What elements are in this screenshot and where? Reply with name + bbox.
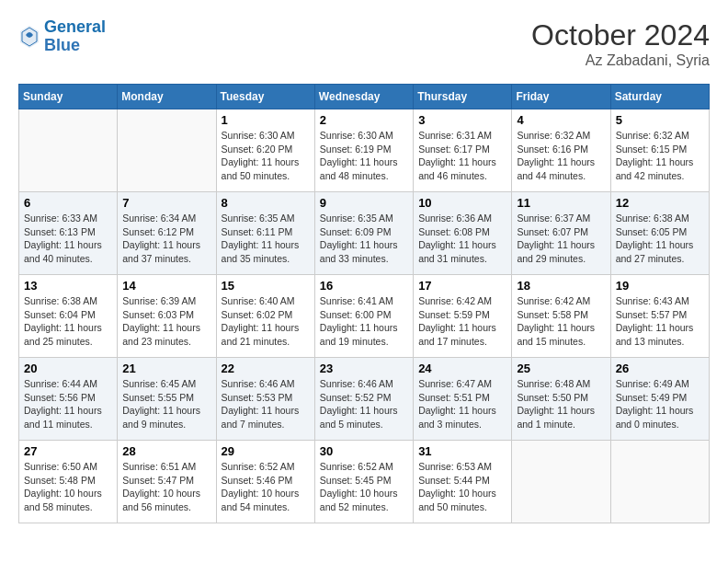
calendar-cell-0-0: [19, 109, 118, 192]
day-number: 11: [517, 196, 605, 210]
day-number: 31: [418, 444, 506, 458]
calendar-cell-1-5: 11Sunrise: 6:37 AM Sunset: 6:07 PM Dayli…: [512, 192, 610, 275]
day-number: 3: [418, 113, 506, 127]
calendar-cell-0-3: 2Sunrise: 6:30 AM Sunset: 6:19 PM Daylig…: [314, 109, 413, 192]
cell-content: Sunrise: 6:30 AM Sunset: 6:19 PM Dayligh…: [320, 129, 408, 183]
logo-icon: [18, 24, 40, 50]
calendar-cell-2-6: 19Sunrise: 6:43 AM Sunset: 5:57 PM Dayli…: [610, 275, 709, 358]
page-header: General Blue October 2024 Az Zabadani, S…: [18, 18, 710, 69]
day-number: 27: [24, 444, 112, 458]
calendar-cell-2-1: 14Sunrise: 6:39 AM Sunset: 6:03 PM Dayli…: [118, 275, 216, 358]
logo: General Blue: [18, 18, 106, 55]
cell-content: Sunrise: 6:38 AM Sunset: 6:04 PM Dayligh…: [24, 294, 112, 349]
cell-content: Sunrise: 6:50 AM Sunset: 5:48 PM Dayligh…: [24, 460, 112, 514]
calendar-cell-2-5: 18Sunrise: 6:42 AM Sunset: 5:58 PM Dayli…: [512, 275, 610, 358]
calendar-cell-1-3: 9Sunrise: 6:35 AM Sunset: 6:09 PM Daylig…: [314, 192, 413, 275]
col-sunday: Sunday: [19, 85, 118, 109]
calendar-cell-0-1: [118, 109, 216, 192]
day-number: 18: [517, 279, 605, 293]
day-number: 13: [24, 279, 112, 293]
cell-content: Sunrise: 6:41 AM Sunset: 6:00 PM Dayligh…: [320, 294, 408, 349]
cell-content: Sunrise: 6:52 AM Sunset: 5:45 PM Dayligh…: [320, 460, 408, 514]
day-number: 21: [122, 362, 210, 375]
day-number: 23: [320, 362, 408, 375]
cell-content: Sunrise: 6:32 AM Sunset: 6:15 PM Dayligh…: [616, 129, 704, 183]
cell-content: Sunrise: 6:47 AM Sunset: 5:51 PM Dayligh…: [418, 377, 506, 431]
calendar-cell-3-4: 24Sunrise: 6:47 AM Sunset: 5:51 PM Dayli…: [414, 358, 512, 441]
col-friday: Friday: [512, 85, 610, 109]
week-row-4: 20Sunrise: 6:44 AM Sunset: 5:56 PM Dayli…: [19, 358, 710, 441]
calendar-cell-3-5: 25Sunrise: 6:48 AM Sunset: 5:50 PM Dayli…: [512, 358, 610, 441]
cell-content: Sunrise: 6:51 AM Sunset: 5:47 PM Dayligh…: [122, 460, 210, 514]
calendar-cell-0-5: 4Sunrise: 6:32 AM Sunset: 6:16 PM Daylig…: [512, 109, 610, 192]
day-number: 16: [320, 279, 408, 293]
week-row-1: 1Sunrise: 6:30 AM Sunset: 6:20 PM Daylig…: [19, 109, 710, 192]
day-number: 28: [122, 444, 210, 458]
calendar-cell-1-1: 7Sunrise: 6:34 AM Sunset: 6:12 PM Daylig…: [118, 192, 216, 275]
cell-content: Sunrise: 6:42 AM Sunset: 5:59 PM Dayligh…: [418, 294, 506, 349]
cell-content: Sunrise: 6:36 AM Sunset: 6:08 PM Dayligh…: [418, 212, 506, 266]
day-number: 15: [222, 279, 310, 293]
calendar-cell-3-1: 21Sunrise: 6:45 AM Sunset: 5:55 PM Dayli…: [118, 358, 216, 441]
day-number: 30: [320, 444, 408, 458]
calendar-table: Sunday Monday Tuesday Wednesday Thursday…: [18, 84, 710, 523]
cell-content: Sunrise: 6:40 AM Sunset: 6:02 PM Dayligh…: [222, 294, 310, 349]
cell-content: Sunrise: 6:43 AM Sunset: 5:57 PM Dayligh…: [616, 294, 704, 349]
day-number: 14: [122, 279, 210, 293]
day-number: 8: [222, 196, 310, 210]
calendar-cell-4-6: [610, 441, 709, 523]
day-number: 5: [616, 113, 704, 127]
week-row-2: 6Sunrise: 6:33 AM Sunset: 6:13 PM Daylig…: [19, 192, 710, 275]
cell-content: Sunrise: 6:46 AM Sunset: 5:53 PM Dayligh…: [222, 377, 310, 431]
day-number: 1: [222, 113, 310, 127]
calendar-body: 1Sunrise: 6:30 AM Sunset: 6:20 PM Daylig…: [19, 109, 710, 523]
col-monday: Monday: [118, 85, 216, 109]
calendar-cell-3-0: 20Sunrise: 6:44 AM Sunset: 5:56 PM Dayli…: [19, 358, 118, 441]
calendar-cell-2-3: 16Sunrise: 6:41 AM Sunset: 6:00 PM Dayli…: [314, 275, 413, 358]
calendar-cell-0-2: 1Sunrise: 6:30 AM Sunset: 6:20 PM Daylig…: [216, 109, 314, 192]
day-number: 17: [418, 279, 506, 293]
col-tuesday: Tuesday: [216, 85, 314, 109]
title-block: October 2024 Az Zabadani, Syria: [531, 18, 710, 69]
cell-content: Sunrise: 6:42 AM Sunset: 5:58 PM Dayligh…: [517, 294, 605, 349]
day-number: 29: [222, 444, 310, 458]
calendar-cell-3-6: 26Sunrise: 6:49 AM Sunset: 5:49 PM Dayli…: [610, 358, 709, 441]
cell-content: Sunrise: 6:44 AM Sunset: 5:56 PM Dayligh…: [24, 377, 112, 431]
calendar-cell-4-1: 28Sunrise: 6:51 AM Sunset: 5:47 PM Dayli…: [118, 441, 216, 523]
cell-content: Sunrise: 6:46 AM Sunset: 5:52 PM Dayligh…: [320, 377, 408, 431]
cell-content: Sunrise: 6:48 AM Sunset: 5:50 PM Dayligh…: [517, 377, 605, 431]
calendar-cell-1-6: 12Sunrise: 6:38 AM Sunset: 6:05 PM Dayli…: [610, 192, 709, 275]
calendar-cell-2-0: 13Sunrise: 6:38 AM Sunset: 6:04 PM Dayli…: [19, 275, 118, 358]
cell-content: Sunrise: 6:31 AM Sunset: 6:17 PM Dayligh…: [418, 129, 506, 183]
cell-content: Sunrise: 6:37 AM Sunset: 6:07 PM Dayligh…: [517, 212, 605, 266]
calendar-cell-3-2: 22Sunrise: 6:46 AM Sunset: 5:53 PM Dayli…: [216, 358, 314, 441]
day-number: 26: [616, 362, 704, 375]
col-saturday: Saturday: [610, 85, 709, 109]
calendar-cell-0-6: 5Sunrise: 6:32 AM Sunset: 6:15 PM Daylig…: [610, 109, 709, 192]
day-number: 12: [616, 196, 704, 210]
calendar-header: Sunday Monday Tuesday Wednesday Thursday…: [19, 85, 710, 109]
col-wednesday: Wednesday: [314, 85, 413, 109]
week-row-3: 13Sunrise: 6:38 AM Sunset: 6:04 PM Dayli…: [19, 275, 710, 358]
calendar-cell-4-0: 27Sunrise: 6:50 AM Sunset: 5:48 PM Dayli…: [19, 441, 118, 523]
cell-content: Sunrise: 6:38 AM Sunset: 6:05 PM Dayligh…: [616, 212, 704, 266]
calendar-cell-4-3: 30Sunrise: 6:52 AM Sunset: 5:45 PM Dayli…: [314, 441, 413, 523]
cell-content: Sunrise: 6:49 AM Sunset: 5:49 PM Dayligh…: [616, 377, 704, 431]
month-year: October 2024: [531, 18, 710, 52]
calendar-cell-4-5: [512, 441, 610, 523]
cell-content: Sunrise: 6:33 AM Sunset: 6:13 PM Dayligh…: [24, 212, 112, 266]
weekday-row: Sunday Monday Tuesday Wednesday Thursday…: [19, 85, 710, 109]
day-number: 9: [320, 196, 408, 210]
day-number: 22: [222, 362, 310, 375]
calendar-cell-1-4: 10Sunrise: 6:36 AM Sunset: 6:08 PM Dayli…: [414, 192, 512, 275]
calendar-cell-2-4: 17Sunrise: 6:42 AM Sunset: 5:59 PM Dayli…: [414, 275, 512, 358]
day-number: 24: [418, 362, 506, 375]
day-number: 25: [517, 362, 605, 375]
calendar-cell-4-2: 29Sunrise: 6:52 AM Sunset: 5:46 PM Dayli…: [216, 441, 314, 523]
cell-content: Sunrise: 6:52 AM Sunset: 5:46 PM Dayligh…: [222, 460, 310, 514]
calendar-cell-0-4: 3Sunrise: 6:31 AM Sunset: 6:17 PM Daylig…: [414, 109, 512, 192]
calendar-cell-1-0: 6Sunrise: 6:33 AM Sunset: 6:13 PM Daylig…: [19, 192, 118, 275]
calendar-cell-1-2: 8Sunrise: 6:35 AM Sunset: 6:11 PM Daylig…: [216, 192, 314, 275]
cell-content: Sunrise: 6:53 AM Sunset: 5:44 PM Dayligh…: [418, 460, 506, 514]
day-number: 7: [122, 196, 210, 210]
